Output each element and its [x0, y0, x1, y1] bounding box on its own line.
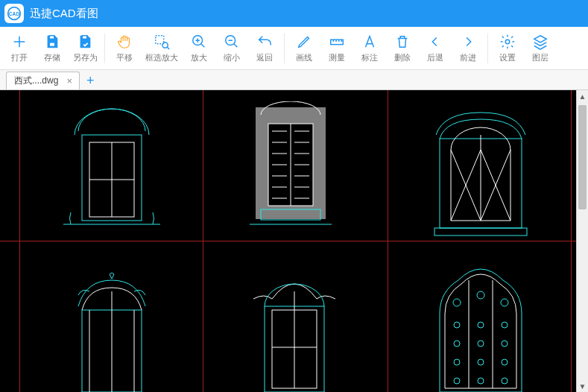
save-icon [43, 33, 61, 51]
svg-text:CAD: CAD [9, 11, 20, 16]
toolbar: 打开 存储 另存为 平移 框选放大 放大 缩小 返回 画线 测量 标注 [0, 27, 588, 70]
svg-point-60 [454, 341, 460, 347]
tab-label: 西式....dwg [14, 75, 58, 87]
document-tab[interactable]: 西式....dwg × [6, 72, 80, 89]
scroll-down-icon[interactable]: ▼ [577, 380, 588, 392]
cad-canvas[interactable] [0, 90, 588, 392]
svg-point-59 [502, 322, 508, 328]
save-button[interactable]: 存储 [36, 29, 69, 68]
ruler-icon [328, 33, 346, 51]
saveas-icon [76, 33, 94, 51]
grid-line [0, 241, 588, 241]
cad-window-drawing [60, 265, 164, 392]
cad-window-drawing [421, 258, 540, 392]
svg-point-58 [478, 322, 484, 328]
scroll-up-icon[interactable]: ▲ [577, 90, 588, 102]
open-button[interactable]: 打开 [3, 29, 36, 68]
app-title: 迅捷CAD看图 [30, 7, 98, 21]
measure-button[interactable]: 测量 [320, 29, 353, 68]
trash-icon [393, 33, 411, 51]
annotate-button[interactable]: 标注 [353, 29, 386, 68]
add-tab-button[interactable]: + [81, 72, 99, 89]
svg-rect-2 [49, 36, 54, 39]
svg-rect-41 [434, 228, 527, 235]
back-button[interactable]: 后退 [419, 29, 452, 68]
toolbar-separator [104, 34, 105, 63]
gear-icon [499, 33, 516, 51]
vertical-scrollbar[interactable]: ▲ ▼ [576, 90, 588, 392]
cad-window-drawing [421, 98, 540, 239]
svg-rect-3 [49, 42, 54, 46]
pencil-icon [295, 33, 313, 51]
plus-icon [10, 33, 28, 51]
text-icon [361, 33, 379, 51]
cad-window-drawing [246, 265, 343, 392]
svg-point-63 [454, 359, 460, 365]
return-icon [256, 33, 274, 51]
pan-button[interactable]: 平移 [108, 29, 141, 68]
zoom-box-icon [153, 33, 171, 51]
svg-point-6 [162, 42, 168, 48]
toolbar-separator [487, 34, 488, 63]
saveas-button[interactable]: 另存为 [69, 29, 101, 68]
svg-point-56 [501, 299, 508, 306]
toolbar-separator [284, 34, 285, 63]
close-tab-icon[interactable]: × [64, 76, 75, 86]
zoom-in-icon [190, 33, 208, 51]
layers-icon [531, 33, 549, 51]
app-logo: CAD [4, 4, 24, 23]
svg-rect-4 [82, 36, 86, 39]
delete-button[interactable]: 删除 [386, 29, 419, 68]
svg-point-62 [502, 341, 508, 347]
svg-point-64 [478, 359, 484, 365]
scrollbar-thumb[interactable] [578, 105, 587, 209]
arrow-left-icon [426, 33, 444, 51]
svg-point-10 [505, 39, 510, 44]
zoom-in-button[interactable]: 放大 [183, 29, 215, 68]
cad-window-drawing [250, 101, 332, 235]
zoom-out-button[interactable]: 缩小 [215, 29, 248, 68]
svg-point-66 [454, 378, 460, 384]
svg-point-65 [502, 359, 508, 365]
svg-point-54 [453, 299, 461, 306]
tabbar: 西式....dwg × + [0, 70, 588, 90]
svg-point-57 [454, 322, 460, 328]
zoom-box-button[interactable]: 框选放大 [141, 29, 183, 68]
forward-button[interactable]: 前进 [452, 29, 484, 68]
return-button[interactable]: 返回 [248, 29, 281, 68]
svg-point-68 [502, 378, 508, 384]
layers-button[interactable]: 图层 [524, 29, 557, 68]
svg-rect-5 [156, 36, 164, 44]
titlebar: CAD 迅捷CAD看图 [0, 0, 588, 27]
draw-line-button[interactable]: 画线 [288, 29, 320, 68]
arrow-right-icon [459, 33, 477, 51]
cad-window-drawing [60, 98, 164, 235]
hand-icon [116, 33, 133, 51]
svg-point-61 [478, 341, 484, 347]
zoom-out-icon [223, 33, 241, 51]
svg-point-55 [477, 291, 484, 299]
settings-button[interactable]: 设置 [491, 29, 524, 68]
svg-point-67 [478, 378, 484, 384]
